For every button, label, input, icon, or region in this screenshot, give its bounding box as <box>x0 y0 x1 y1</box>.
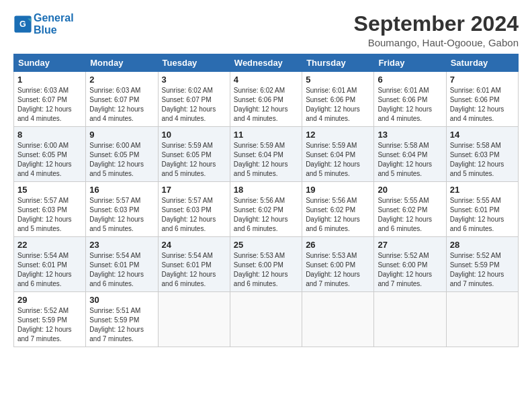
table-row: 2 Sunrise: 6:03 AMSunset: 6:07 PMDayligh… <box>86 72 158 127</box>
month-title: September 2024 <box>354 12 519 36</box>
table-row: 16 Sunrise: 5:57 AMSunset: 6:03 PMDaylig… <box>86 182 158 237</box>
day-info: Sunrise: 5:58 AMSunset: 6:03 PMDaylight:… <box>450 142 504 177</box>
day-number: 5 <box>306 75 370 85</box>
table-row: 9 Sunrise: 6:00 AMSunset: 6:05 PMDayligh… <box>86 127 158 182</box>
calendar-week-row: 8 Sunrise: 6:00 AMSunset: 6:05 PMDayligh… <box>14 127 519 182</box>
location: Boumango, Haut-Ogooue, Gabon <box>354 37 519 48</box>
day-info: Sunrise: 6:00 AMSunset: 6:05 PMDaylight:… <box>89 142 144 177</box>
table-row: 7 Sunrise: 6:01 AMSunset: 6:06 PMDayligh… <box>446 72 518 127</box>
day-number: 2 <box>89 75 154 85</box>
day-number: 20 <box>378 185 442 195</box>
table-row: 24 Sunrise: 5:54 AMSunset: 6:01 PMDaylig… <box>158 237 230 292</box>
day-number: 3 <box>162 75 226 85</box>
day-number: 1 <box>17 75 82 85</box>
table-row <box>302 292 374 347</box>
table-row <box>158 292 230 347</box>
day-number: 24 <box>162 240 226 250</box>
day-info: Sunrise: 5:58 AMSunset: 6:04 PMDaylight:… <box>378 142 432 177</box>
title-area: September 2024 Boumango, Haut-Ogooue, Ga… <box>354 12 519 48</box>
calendar-table: Sunday Monday Tuesday Wednesday Thursday… <box>13 54 519 347</box>
calendar-week-row: 15 Sunrise: 5:57 AMSunset: 6:03 PMDaylig… <box>14 182 519 237</box>
table-row: 18 Sunrise: 5:56 AMSunset: 6:02 PMDaylig… <box>230 182 302 237</box>
day-info: Sunrise: 5:59 AMSunset: 6:04 PMDaylight:… <box>234 142 288 177</box>
table-row <box>230 292 302 347</box>
day-info: Sunrise: 5:51 AMSunset: 5:59 PMDaylight:… <box>89 307 144 342</box>
table-row: 21 Sunrise: 5:55 AMSunset: 6:01 PMDaylig… <box>446 182 518 237</box>
table-row: 10 Sunrise: 5:59 AMSunset: 6:05 PMDaylig… <box>158 127 230 182</box>
day-info: Sunrise: 5:54 AMSunset: 6:01 PMDaylight:… <box>162 252 216 287</box>
table-row: 17 Sunrise: 5:57 AMSunset: 6:03 PMDaylig… <box>158 182 230 237</box>
header-thursday: Thursday <box>302 54 374 72</box>
calendar-page: G General Blue September 2024 Boumango, … <box>0 0 532 354</box>
day-info: Sunrise: 5:52 AMSunset: 5:59 PMDaylight:… <box>450 252 504 287</box>
day-number: 23 <box>89 240 154 250</box>
day-info: Sunrise: 5:57 AMSunset: 6:03 PMDaylight:… <box>162 197 216 232</box>
day-info: Sunrise: 6:01 AMSunset: 6:06 PMDaylight:… <box>306 87 360 122</box>
table-row: 6 Sunrise: 6:01 AMSunset: 6:06 PMDayligh… <box>374 72 446 127</box>
table-row <box>374 292 446 347</box>
day-info: Sunrise: 5:53 AMSunset: 6:00 PMDaylight:… <box>306 252 360 287</box>
day-number: 7 <box>450 75 515 85</box>
day-number: 30 <box>89 295 154 305</box>
day-number: 15 <box>17 185 82 195</box>
calendar-header-row: Sunday Monday Tuesday Wednesday Thursday… <box>14 54 519 72</box>
table-row: 28 Sunrise: 5:52 AMSunset: 5:59 PMDaylig… <box>446 237 518 292</box>
logo-text: General Blue <box>34 12 74 36</box>
day-number: 8 <box>17 130 82 140</box>
table-row: 12 Sunrise: 5:59 AMSunset: 6:04 PMDaylig… <box>302 127 374 182</box>
day-info: Sunrise: 5:56 AMSunset: 6:02 PMDaylight:… <box>234 197 288 232</box>
logo: G General Blue <box>13 12 74 36</box>
table-row: 8 Sunrise: 6:00 AMSunset: 6:05 PMDayligh… <box>14 127 86 182</box>
table-row: 29 Sunrise: 5:52 AMSunset: 5:59 PMDaylig… <box>14 292 86 347</box>
day-info: Sunrise: 5:54 AMSunset: 6:01 PMDaylight:… <box>89 252 144 287</box>
header-saturday: Saturday <box>446 54 518 72</box>
day-info: Sunrise: 5:59 AMSunset: 6:04 PMDaylight:… <box>306 142 360 177</box>
table-row: 5 Sunrise: 6:01 AMSunset: 6:06 PMDayligh… <box>302 72 374 127</box>
day-info: Sunrise: 6:00 AMSunset: 6:05 PMDaylight:… <box>17 142 72 177</box>
table-row: 14 Sunrise: 5:58 AMSunset: 6:03 PMDaylig… <box>446 127 518 182</box>
day-info: Sunrise: 6:03 AMSunset: 6:07 PMDaylight:… <box>89 87 144 122</box>
table-row: 30 Sunrise: 5:51 AMSunset: 5:59 PMDaylig… <box>86 292 158 347</box>
day-number: 18 <box>234 185 298 195</box>
day-number: 11 <box>234 130 298 140</box>
day-info: Sunrise: 6:02 AMSunset: 6:07 PMDaylight:… <box>162 87 216 122</box>
day-number: 14 <box>450 130 515 140</box>
day-info: Sunrise: 5:52 AMSunset: 6:00 PMDaylight:… <box>378 252 432 287</box>
day-number: 16 <box>89 185 154 195</box>
day-info: Sunrise: 5:57 AMSunset: 6:03 PMDaylight:… <box>17 197 72 232</box>
day-number: 28 <box>450 240 515 250</box>
header: G General Blue September 2024 Boumango, … <box>13 12 519 48</box>
logo-icon: G <box>13 15 32 34</box>
day-info: Sunrise: 5:56 AMSunset: 6:02 PMDaylight:… <box>306 197 360 232</box>
table-row: 25 Sunrise: 5:53 AMSunset: 6:00 PMDaylig… <box>230 237 302 292</box>
calendar-week-row: 29 Sunrise: 5:52 AMSunset: 5:59 PMDaylig… <box>14 292 519 347</box>
day-info: Sunrise: 5:52 AMSunset: 5:59 PMDaylight:… <box>17 307 72 342</box>
table-row: 3 Sunrise: 6:02 AMSunset: 6:07 PMDayligh… <box>158 72 230 127</box>
day-info: Sunrise: 5:55 AMSunset: 6:02 PMDaylight:… <box>378 197 432 232</box>
table-row: 11 Sunrise: 5:59 AMSunset: 6:04 PMDaylig… <box>230 127 302 182</box>
day-number: 9 <box>89 130 154 140</box>
table-row: 22 Sunrise: 5:54 AMSunset: 6:01 PMDaylig… <box>14 237 86 292</box>
svg-text:G: G <box>19 19 26 28</box>
table-row: 20 Sunrise: 5:55 AMSunset: 6:02 PMDaylig… <box>374 182 446 237</box>
day-info: Sunrise: 6:01 AMSunset: 6:06 PMDaylight:… <box>378 87 432 122</box>
day-number: 22 <box>17 240 82 250</box>
calendar-week-row: 22 Sunrise: 5:54 AMSunset: 6:01 PMDaylig… <box>14 237 519 292</box>
day-info: Sunrise: 5:55 AMSunset: 6:01 PMDaylight:… <box>450 197 504 232</box>
day-number: 25 <box>234 240 298 250</box>
day-info: Sunrise: 6:02 AMSunset: 6:06 PMDaylight:… <box>234 87 288 122</box>
day-info: Sunrise: 6:03 AMSunset: 6:07 PMDaylight:… <box>17 87 72 122</box>
day-number: 27 <box>378 240 442 250</box>
day-number: 13 <box>378 130 442 140</box>
header-sunday: Sunday <box>14 54 86 72</box>
table-row <box>446 292 518 347</box>
day-number: 17 <box>162 185 226 195</box>
day-number: 19 <box>306 185 370 195</box>
header-friday: Friday <box>374 54 446 72</box>
table-row: 23 Sunrise: 5:54 AMSunset: 6:01 PMDaylig… <box>86 237 158 292</box>
day-number: 6 <box>378 75 442 85</box>
day-number: 29 <box>17 295 82 305</box>
table-row: 4 Sunrise: 6:02 AMSunset: 6:06 PMDayligh… <box>230 72 302 127</box>
calendar-week-row: 1 Sunrise: 6:03 AMSunset: 6:07 PMDayligh… <box>14 72 519 127</box>
table-row: 15 Sunrise: 5:57 AMSunset: 6:03 PMDaylig… <box>14 182 86 237</box>
